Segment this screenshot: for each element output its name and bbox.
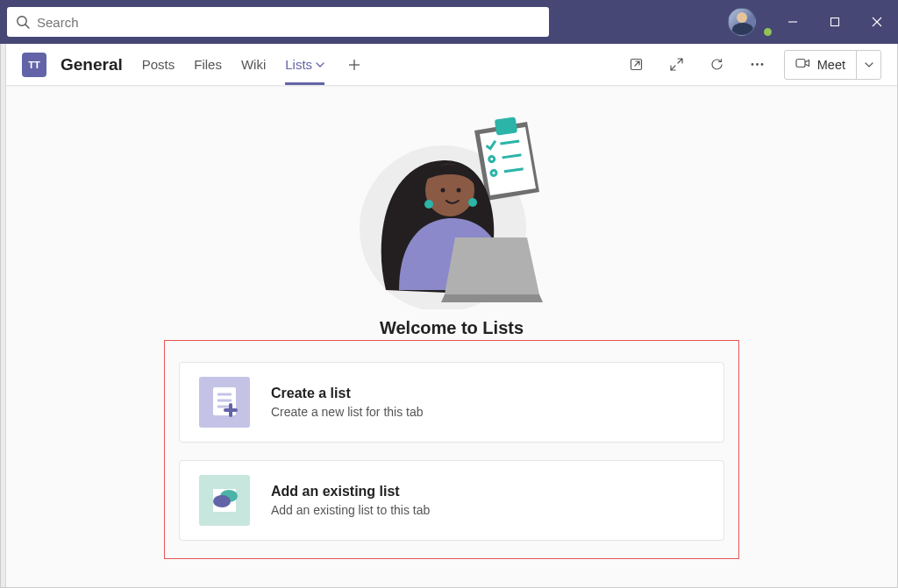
tab-files[interactable]: Files [194, 44, 222, 85]
add-existing-list-description: Add an existing list to this tab [271, 503, 430, 517]
svg-point-22 [457, 188, 461, 193]
svg-point-21 [441, 188, 445, 193]
add-existing-list-title: Add an existing list [271, 484, 430, 499]
presence-available-icon [762, 26, 773, 38]
expand-icon[interactable] [663, 51, 691, 79]
tab-lists[interactable]: Lists [285, 44, 324, 85]
tab-wiki[interactable]: Wiki [241, 44, 266, 85]
meet-label: Meet [817, 58, 845, 72]
tab-posts[interactable]: Posts [142, 44, 175, 85]
svg-point-9 [752, 63, 754, 66]
video-icon [795, 57, 810, 72]
refresh-icon[interactable] [703, 51, 731, 79]
create-list-title: Create a list [271, 386, 424, 401]
add-tab-button[interactable] [344, 54, 365, 75]
welcome-title: Welcome to Lists [380, 318, 524, 338]
svg-point-34 [213, 495, 231, 507]
open-in-new-window-icon[interactable] [623, 51, 651, 79]
channel-title: General [61, 55, 123, 74]
options-highlight: Create a list Create a new list for this… [164, 340, 739, 559]
window-close-button[interactable] [856, 0, 898, 44]
meet-button[interactable]: Meet [784, 50, 881, 80]
svg-line-1 [25, 25, 29, 28]
more-options-icon[interactable] [744, 51, 772, 79]
add-existing-list-card[interactable]: Add an existing list Add an existing lis… [179, 460, 724, 541]
add-existing-list-icon [199, 475, 250, 526]
tab-lists-label: Lists [285, 57, 312, 72]
chevron-down-icon [316, 57, 324, 72]
lists-welcome-area: Welcome to Lists [6, 86, 897, 587]
svg-rect-3 [831, 18, 839, 26]
svg-point-23 [424, 200, 433, 209]
svg-point-10 [756, 63, 759, 66]
channel-tabs: Posts Files Wiki Lists [142, 44, 365, 85]
avatar[interactable] [728, 8, 772, 36]
create-list-icon [199, 377, 250, 428]
window-maximize-button[interactable] [814, 0, 856, 44]
create-list-description: Create a new list for this tab [271, 405, 424, 419]
search-box[interactable] [7, 7, 549, 37]
channel-header: TT General Posts Files Wiki Lists [6, 44, 897, 86]
search-icon [16, 15, 30, 29]
meet-dropdown[interactable] [856, 51, 880, 79]
svg-rect-14 [495, 117, 517, 135]
svg-rect-12 [796, 60, 805, 67]
title-bar [0, 0, 898, 44]
svg-point-24 [468, 198, 477, 207]
avatar-image [728, 8, 756, 36]
create-list-card[interactable]: Create a list Create a new list for this… [179, 362, 724, 443]
window-minimize-button[interactable] [772, 0, 814, 44]
svg-point-0 [18, 17, 26, 25]
svg-point-11 [761, 63, 764, 66]
search-input[interactable] [37, 15, 540, 30]
welcome-illustration [346, 115, 557, 309]
team-avatar[interactable]: TT [22, 53, 46, 77]
